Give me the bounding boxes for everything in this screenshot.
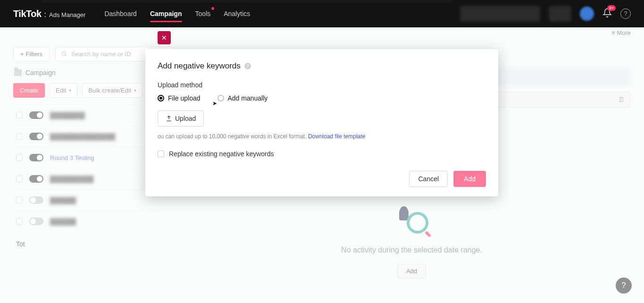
checkbox[interactable]: [16, 112, 23, 118]
row-name: ██████: [50, 218, 76, 225]
radio-label: File upload: [168, 94, 201, 102]
checkbox[interactable]: [16, 218, 23, 225]
edit-button[interactable]: Edit ▾: [50, 83, 77, 98]
empty-add-button[interactable]: Add: [397, 264, 426, 278]
svg-line-1: [65, 55, 67, 56]
row-name: ██████: [50, 197, 76, 204]
checkbox[interactable]: [16, 197, 23, 203]
close-button[interactable]: ✕: [158, 31, 171, 44]
search-icon: [61, 51, 67, 57]
help-button[interactable]: ?: [620, 8, 631, 19]
row-name: ██████████: [50, 176, 93, 183]
upload-method-label: Upload method: [158, 81, 486, 89]
totals-row: Tot: [13, 232, 179, 256]
radio-icon: [158, 95, 164, 101]
bulk-edit-button[interactable]: Bulk create/Edit ▾: [82, 83, 142, 98]
upload-label: Upload: [175, 115, 196, 122]
create-button[interactable]: Create: [13, 83, 45, 98]
radio-icon: [217, 95, 224, 101]
empty-illustration: [395, 204, 428, 237]
toggle[interactable]: [29, 196, 43, 204]
radio-add-manually[interactable]: Add manually: [217, 94, 268, 102]
chevron-down-icon: ▾: [134, 88, 136, 93]
checkbox[interactable]: [16, 176, 23, 182]
help-icon[interactable]: ?: [244, 63, 251, 69]
modal-footer: Cancel Add: [158, 171, 486, 187]
brand-product: Ads Manager: [49, 11, 85, 18]
nav-campaign[interactable]: Campaign: [150, 0, 182, 27]
folder-icon: [14, 69, 22, 76]
row-name: Round 3 Testing: [50, 154, 94, 161]
toggle[interactable]: [29, 218, 43, 225]
plus-icon: +: [20, 50, 24, 58]
avatar[interactable]: [580, 7, 594, 21]
brand-logo[interactable]: TikTok : Ads Manager: [13, 8, 85, 19]
more-link[interactable]: ≡ More: [611, 29, 631, 36]
filters-button[interactable]: + Filters: [13, 47, 50, 61]
toggle[interactable]: [29, 111, 43, 119]
brand-name: TikTok: [13, 8, 42, 19]
header-right: 9+ ?: [460, 6, 631, 22]
calendar-icon: 🗓: [618, 96, 625, 103]
nav-tools-label: Tools: [195, 10, 211, 17]
replace-label: Replace existing negative keywords: [169, 150, 274, 158]
main-nav: Dashboard Campaign Tools Analytics: [104, 0, 250, 27]
notification-dot-icon: [211, 7, 214, 10]
toggle[interactable]: [29, 154, 43, 161]
checkbox[interactable]: [16, 133, 23, 140]
upload-hint: ou can upload up to 10,000 negative word…: [158, 133, 486, 140]
account-selector[interactable]: [460, 6, 540, 22]
edit-label: Edit: [56, 87, 66, 94]
nav-analytics[interactable]: Analytics: [224, 0, 250, 27]
radio-label: Add manually: [228, 94, 268, 102]
more-label: More: [617, 29, 631, 36]
upload-icon: [166, 115, 172, 122]
table-row[interactable]: ██████: [13, 210, 179, 232]
checkbox[interactable]: [16, 154, 23, 161]
download-template-link[interactable]: Download file template: [308, 133, 365, 140]
notification-count: 9+: [607, 5, 616, 11]
add-negative-keywords-modal: Add negative keywords ? Upload method Fi…: [145, 49, 498, 196]
replace-checkbox-row[interactable]: Replace existing negative keywords: [158, 150, 486, 158]
upload-method-group: File upload Add manually: [158, 94, 486, 102]
toggle[interactable]: [29, 133, 43, 140]
top-nav: TikTok : Ads Manager Dashboard Campaign …: [0, 0, 644, 27]
campaign-title: Campaign: [25, 69, 56, 76]
header-button[interactable]: [549, 6, 571, 22]
row-name: ████████: [50, 112, 85, 119]
row-name: ███████████████: [50, 133, 115, 140]
brand-dot: :: [44, 10, 46, 19]
bulk-label: Bulk create/Edit: [88, 87, 131, 94]
filters-label: Filters: [26, 50, 42, 58]
search-placeholder: Search by name or ID: [71, 50, 131, 58]
modal-title-text: Add negative keywords: [158, 61, 241, 71]
nav-tools[interactable]: Tools: [195, 0, 211, 27]
radio-file-upload[interactable]: File upload: [158, 94, 201, 102]
nav-dashboard[interactable]: Dashboard: [104, 0, 137, 27]
more-row: ≡ More: [0, 27, 644, 38]
close-icon: ✕: [161, 34, 167, 42]
empty-message: No activity during the selected date ran…: [192, 246, 631, 254]
chevron-down-icon: ▾: [69, 88, 71, 93]
upload-button[interactable]: Upload: [158, 110, 204, 126]
hint-text: ou can upload up to 10,000 negative word…: [158, 133, 308, 140]
svg-point-0: [62, 52, 66, 56]
modal-title: Add negative keywords ?: [158, 61, 486, 71]
floating-help-button[interactable]: ?: [616, 278, 632, 294]
toggle[interactable]: [29, 175, 43, 183]
cancel-button[interactable]: Cancel: [409, 171, 448, 187]
add-button[interactable]: Add: [453, 171, 486, 187]
checkbox-icon[interactable]: [158, 151, 164, 157]
help-icon: ?: [622, 281, 626, 290]
notifications-button[interactable]: 9+: [602, 8, 612, 20]
